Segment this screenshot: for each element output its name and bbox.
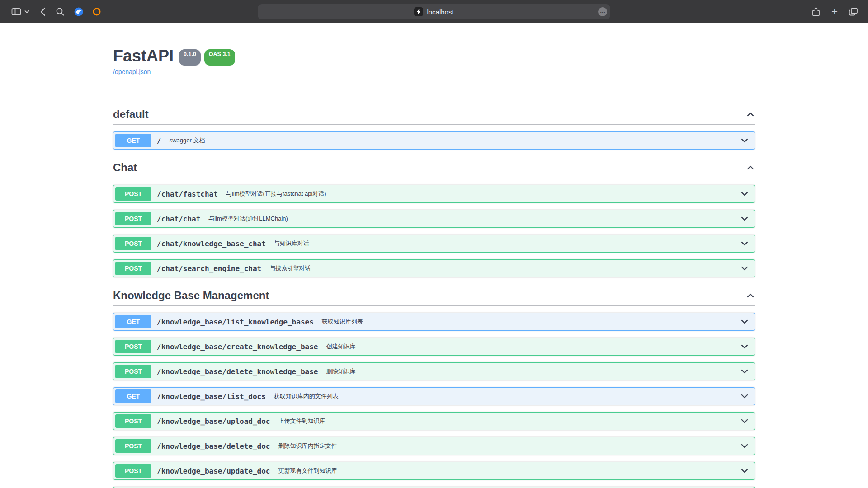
expand-operation-button[interactable]: [740, 136, 749, 145]
operation-description: swagger 文档: [170, 136, 205, 145]
operation-row[interactable]: POST /knowledge_base/create_knowledge_ba…: [113, 338, 755, 356]
chevron-up-icon[interactable]: [746, 110, 755, 119]
version-badge: 0.1.0: [179, 49, 201, 66]
operation-path: /knowledge_base/delete_doc: [157, 442, 270, 450]
tag-section-header[interactable]: Chat: [113, 161, 755, 178]
tag-section-title: Knowledge Base Management: [113, 289, 269, 302]
swagger-page: FastAPI 0.1.0 OAS 3.1 /openapi.json defa…: [0, 23, 868, 488]
operation-path: /knowledge_base/upload_doc: [157, 417, 270, 426]
operation-description: 与llm模型对话(通过LLMChain): [208, 215, 288, 223]
operation-row[interactable]: GET /knowledge_base/list_knowledge_bases…: [113, 313, 755, 331]
operation-path: /knowledge_base/update_doc: [157, 467, 270, 475]
new-tab-icon: +: [831, 6, 838, 17]
chevron-down-icon: [740, 367, 749, 376]
expand-operation-button[interactable]: [740, 189, 749, 198]
share-button[interactable]: [808, 4, 824, 19]
operation-path: /knowledge_base/list_docs: [157, 392, 266, 401]
operation-row[interactable]: POST /knowledge_base/delete_doc 删除知识库内指定…: [113, 437, 755, 455]
operation-path: /chat/knowledge_base_chat: [157, 239, 266, 248]
method-badge: GET: [115, 389, 151, 403]
operation-path: /knowledge_base/delete_knowledge_base: [157, 367, 318, 376]
chevron-down-icon: [740, 239, 749, 248]
method-badge: GET: [115, 134, 151, 147]
method-badge: POST: [115, 464, 151, 478]
address-bar[interactable]: localhost ...: [258, 4, 610, 19]
chevron-up-icon[interactable]: [746, 291, 755, 300]
expand-operation-button[interactable]: [740, 239, 749, 248]
chevron-down-icon: [740, 441, 749, 450]
method-badge: POST: [115, 414, 151, 428]
search-icon: [56, 7, 65, 16]
page-title: FastAPI 0.1.0 OAS 3.1: [113, 46, 755, 66]
chevron-down-icon: [24, 10, 29, 14]
chevron-down-icon: [740, 214, 749, 223]
chevron-down-icon: [740, 317, 749, 326]
operation-description: 与知识库对话: [274, 239, 309, 248]
method-badge: POST: [115, 439, 151, 453]
expand-operation-button[interactable]: [740, 317, 749, 326]
search-button[interactable]: [52, 4, 68, 19]
operation-description: 上传文件到知识库: [278, 417, 325, 425]
sidebar-menu-button[interactable]: [24, 4, 33, 19]
share-icon: [811, 7, 821, 17]
tag-section-knowledge-base: Knowledge Base Management GET /knowledge…: [113, 289, 755, 488]
method-badge: POST: [115, 187, 151, 201]
expand-operation-button[interactable]: [740, 417, 749, 426]
tag-section-header[interactable]: default: [113, 108, 755, 125]
operation-row[interactable]: POST /knowledge_base/upload_doc 上传文件到知识库: [113, 412, 755, 430]
chevron-down-icon: [740, 417, 749, 426]
lightning-bolt-icon: [416, 9, 421, 15]
back-icon: [40, 7, 46, 16]
operation-description: 与搜索引擎对话: [269, 264, 311, 272]
operation-row[interactable]: POST /chat/search_engine_chat 与搜索引擎对话: [113, 259, 755, 277]
ring-extension-button[interactable]: [89, 4, 105, 19]
operation-row[interactable]: POST /knowledge_base/update_doc 更新现有文件到知…: [113, 462, 755, 480]
operation-description: 删除知识库内指定文件: [278, 442, 337, 450]
method-badge: POST: [115, 237, 151, 250]
expand-operation-button[interactable]: [740, 392, 749, 401]
bird-extension-button[interactable]: [71, 4, 87, 19]
operation-row[interactable]: POST /chat/fastchat 与llm模型对话(直接与fastchat…: [113, 185, 755, 203]
page-menu-ellipsis-icon: ...: [600, 8, 605, 14]
method-badge: POST: [115, 340, 151, 353]
operation-description: 创建知识库: [326, 343, 355, 351]
title-badges: 0.1.0 OAS 3.1: [179, 49, 235, 66]
chevron-down-icon: [740, 136, 749, 145]
operation-row[interactable]: POST /chat/chat 与llm模型对话(通过LLMChain): [113, 210, 755, 228]
operation-description: 删除知识库: [326, 367, 355, 375]
tab-overview-button[interactable]: [845, 4, 862, 19]
operation-path: /knowledge_base/list_knowledge_bases: [157, 318, 314, 326]
oas-badge: OAS 3.1: [204, 49, 235, 66]
expand-operation-button[interactable]: [740, 367, 749, 376]
operation-description: 获取知识库列表: [322, 318, 363, 326]
operation-description: 更新现有文件到知识库: [278, 467, 337, 475]
new-tab-button[interactable]: +: [828, 4, 841, 19]
ring-extension-icon: [92, 7, 102, 17]
operation-row[interactable]: GET /knowledge_base/list_docs 获取知识库内的文件列…: [113, 387, 755, 405]
expand-operation-button[interactable]: [740, 342, 749, 351]
operation-path: /knowledge_base/create_knowledge_base: [157, 343, 318, 351]
chevron-down-icon: [740, 466, 749, 475]
sidebar-toggle-button[interactable]: [8, 4, 24, 19]
tab-overview-icon: [849, 7, 859, 16]
method-badge: POST: [115, 365, 151, 378]
openapi-spec-link[interactable]: /openapi.json: [113, 68, 151, 75]
expand-operation-button[interactable]: [740, 466, 749, 475]
expand-operation-button[interactable]: [740, 264, 749, 273]
page-menu-button[interactable]: ...: [598, 7, 607, 16]
chevron-up-icon[interactable]: [746, 163, 755, 172]
chevron-down-icon: [740, 264, 749, 273]
operation-description: 获取知识库内的文件列表: [274, 392, 339, 400]
tag-section-header[interactable]: Knowledge Base Management: [113, 289, 755, 306]
method-badge: POST: [115, 262, 151, 275]
operation-row[interactable]: POST /knowledge_base/delete_knowledge_ba…: [113, 362, 755, 380]
back-button[interactable]: [37, 4, 49, 19]
site-favicon: [414, 7, 423, 16]
expand-operation-button[interactable]: [740, 441, 749, 450]
expand-operation-button[interactable]: [740, 214, 749, 223]
operation-row[interactable]: GET / swagger 文档: [113, 131, 755, 150]
tag-section-chat: Chat POST /chat/fastchat 与llm模型对话(直接与fas…: [113, 161, 755, 277]
tag-section-title: Chat: [113, 161, 137, 174]
operation-row[interactable]: POST /chat/knowledge_base_chat 与知识库对话: [113, 235, 755, 253]
tag-section-default: default GET / swagger 文档: [113, 108, 755, 150]
